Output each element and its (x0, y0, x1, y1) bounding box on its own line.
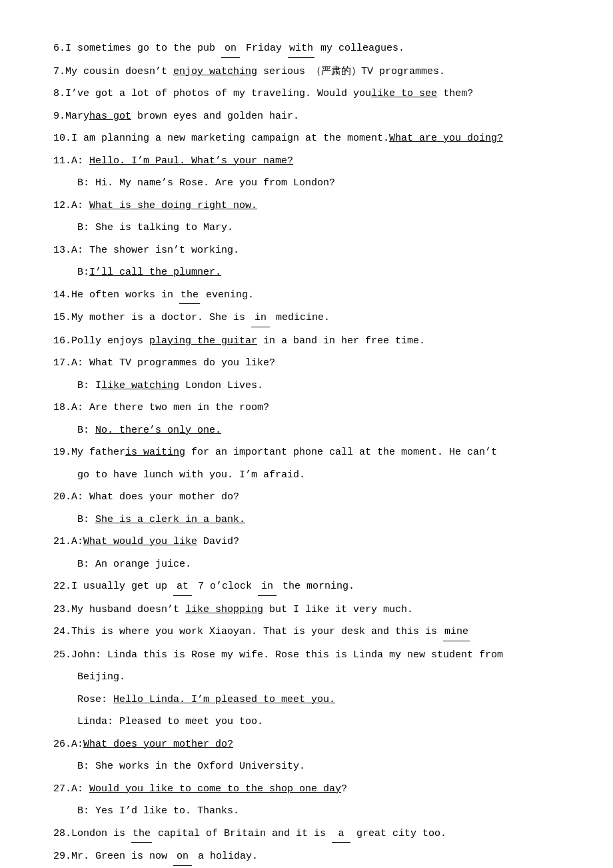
line-line20a: 20.A: What does your mother do? (53, 489, 560, 506)
underline-content: like to see (371, 88, 437, 99)
line-number-prefix: 12. (53, 200, 71, 211)
line-line27b: B: Yes I’d like to. Thanks. (53, 803, 560, 820)
content: 6.I sometimes go to the pub on Friday wi… (53, 40, 560, 868)
line-line11a: 11.A: Hello. I’m Paul. What’s your name? (53, 153, 560, 170)
line-number-prefix: 9. (53, 111, 65, 122)
underline-content: She is a clerk in a bank. (95, 514, 245, 525)
line-line19: 19.My fatheris waiting for an important … (53, 444, 560, 461)
text-content: for an important phone call at the momen… (185, 447, 497, 458)
fill-blank: the (131, 825, 152, 843)
line-number-prefix: 14. (53, 289, 71, 301)
line-line21b: B: An orange juice. (53, 556, 560, 573)
text-content: Polly enjoys (71, 335, 149, 347)
text-content: B: She is talking to Mary. (77, 222, 233, 233)
text-content: my colleagues. (314, 43, 404, 54)
text-content: B: Yes I’d like to. Thanks. (77, 805, 239, 817)
text-content: A: The shower isn’t working. (71, 245, 239, 256)
line-line6: 6.I sometimes go to the pub on Friday wi… (53, 40, 560, 58)
line-line14: 14.He often works in the evening. (53, 287, 560, 305)
text-content: This is where you work Xiaoyan. That is … (71, 626, 443, 637)
line-number-prefix: 10. (53, 133, 71, 144)
text-content: ? (341, 783, 347, 795)
text-content: medicine. (270, 312, 330, 323)
text-content: a holiday. (192, 851, 258, 862)
text-content: He often works in (71, 289, 179, 301)
line-number-prefix: 20. (53, 491, 71, 503)
line-line29: 29.Mr. Green is now on a holiday. (53, 848, 560, 866)
line-line24: 24.This is where you work Xiaoyan. That … (53, 623, 560, 641)
line-number-prefix: 11. (53, 155, 71, 167)
line-line23: 23.My husband doesn’t like shopping but … (53, 601, 560, 619)
text-content: brown eyes and golden hair. (131, 111, 299, 122)
underline-content: enjoy watching (173, 66, 257, 77)
line-line15: 15.My mother is a doctor. She is in medi… (53, 309, 560, 327)
fill-blank: mine (443, 623, 470, 641)
text-content: in a band in her free time. (257, 335, 425, 347)
line-number-prefix: 24. (53, 626, 71, 637)
text-content: B: She works in the Oxford University. (77, 761, 305, 772)
line-number-prefix: 15. (53, 312, 71, 323)
text-content: A: (71, 739, 83, 750)
line-line8: 8.I’ve got a lot of photos of my traveli… (53, 85, 560, 103)
text-content: A: What TV programmes do you like? (71, 357, 275, 369)
line-line7: 7.My cousin doesn’t enjoy watching serio… (53, 63, 560, 81)
text-content: I’ve got a lot of photos of my traveling… (65, 88, 371, 99)
text-content: I am planning a new marketing campaign a… (71, 133, 389, 144)
underline-content: has got (89, 111, 131, 122)
underline-content: What are you doing? (389, 133, 503, 144)
fill-blank: a (332, 825, 350, 843)
text-content: the morning. (277, 581, 354, 592)
text-content: but I like it very much. (263, 604, 413, 615)
line-line28: 28.London is the capital of Britain and … (53, 825, 560, 843)
text-content: 7 o’clock (192, 581, 258, 592)
fill-blank: the (179, 287, 200, 305)
text-content: My mother is a doctor. She is (71, 312, 251, 323)
line-line18b: B: No. there’s only one. (53, 422, 560, 439)
text-content: My cousin doesn’t (65, 66, 173, 77)
text-content: David? (197, 536, 239, 547)
text-content: B: Hi. My name’s Rose. Are you from Lond… (77, 177, 335, 189)
text-content: B: (77, 267, 89, 278)
line-number-prefix: 16. (53, 335, 71, 347)
text-content: Beijing. (77, 671, 125, 683)
line-line11b: B: Hi. My name’s Rose. Are you from Lond… (53, 175, 560, 192)
text-content: Linda: Pleased to meet you too. (77, 716, 263, 727)
underline-content: Would you like to come to the shop one d… (89, 783, 341, 795)
line-number-prefix: 27. (53, 783, 71, 795)
text-content: B: An orange juice. (77, 559, 191, 570)
line-line26b: B: She works in the Oxford University. (53, 758, 560, 775)
text-content: Rose: (77, 694, 113, 705)
fill-blank: at (173, 578, 192, 596)
line-line27a: 27.A: Would you like to come to the shop… (53, 781, 560, 798)
line-number-prefix: 19. (53, 447, 71, 458)
line-line26a: 26.A:What does your mother do? (53, 736, 560, 753)
text-content: A: (71, 200, 89, 211)
line-number-prefix: 17. (53, 357, 71, 369)
underline-content: like shopping (185, 604, 263, 615)
line-number-prefix: 25. (53, 649, 71, 661)
line-line13b: B:I’ll call the plumner. (53, 264, 560, 281)
underline-content: is waiting (125, 447, 185, 458)
line-number-prefix: 28. (53, 828, 71, 839)
line-line25linda: Linda: Pleased to meet you too. (53, 713, 560, 731)
text-content: Mr. Green is now (71, 851, 173, 862)
text-content: evening. (200, 289, 254, 301)
line-number-prefix: 21. (53, 536, 71, 547)
line-line18a: 18.A: Are there two men in the room? (53, 399, 560, 417)
line-line12a: 12.A: What is she doing right now. (53, 197, 560, 215)
line-line25rose: Rose: Hello Linda. I’m pleased to meet y… (53, 691, 560, 709)
line-line19cont: go to have lunch with you. I’m afraid. (53, 467, 560, 484)
line-line13a: 13.A: The shower isn’t working. (53, 242, 560, 259)
fill-blank: in (251, 309, 270, 327)
text-content: B: (77, 514, 95, 525)
text-content: A: (71, 536, 83, 547)
text-content: My father (71, 447, 125, 458)
line-line20b: B: She is a clerk in a bank. (53, 511, 560, 529)
fill-blank: on (173, 848, 192, 866)
text-content: B: (77, 425, 95, 436)
fill-blank: with (288, 40, 314, 58)
text-content: Friday (240, 43, 288, 54)
underline-content: like watching (101, 380, 179, 391)
text-content: I usually get up (71, 581, 173, 592)
text-content: go to have lunch with you. I’m afraid. (77, 469, 305, 481)
